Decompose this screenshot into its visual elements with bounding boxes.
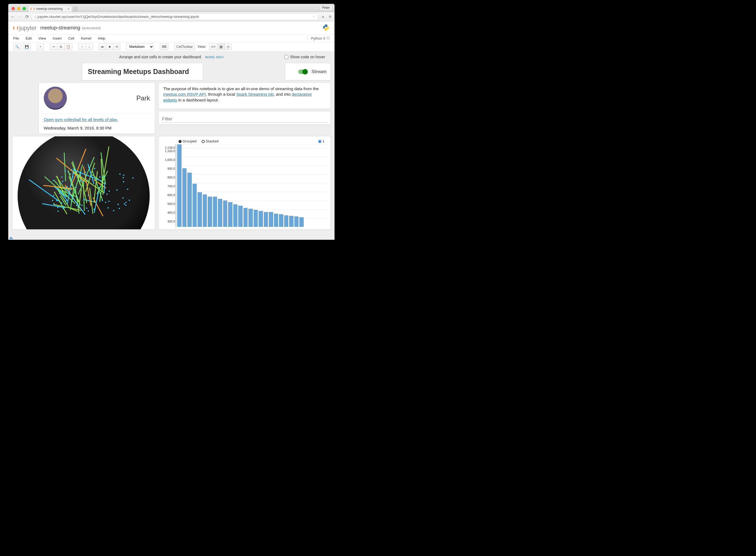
bookmark-star-icon[interactable]: ☆ <box>312 14 316 19</box>
find-button[interactable]: 🔍 <box>13 43 21 50</box>
y-tick-label: 600.0 <box>162 193 175 197</box>
overflow-icon[interactable]: » <box>321 14 325 19</box>
restart-button[interactable]: ⟲ <box>113 43 120 50</box>
menu-help[interactable]: Help <box>98 36 105 40</box>
bar[interactable] <box>187 173 192 227</box>
filter-cell[interactable] <box>159 111 331 125</box>
filter-input[interactable] <box>162 116 327 123</box>
stream-switch[interactable] <box>298 70 307 74</box>
url-field[interactable]: ▯ jupyter.cloudet.xyz/user/AnY1jQeI3oyG/… <box>32 13 318 20</box>
celltoolbar-button[interactable]: CellToolbar <box>174 43 195 50</box>
bar[interactable] <box>294 216 299 227</box>
meetup-event-link[interactable]: Open gym volleyball for all levels of pl… <box>44 117 118 122</box>
legend-grouped[interactable]: Grouped <box>178 139 197 143</box>
bar[interactable] <box>218 199 222 227</box>
menu-kernel[interactable]: Kernel <box>81 36 91 40</box>
close-window-icon[interactable] <box>11 7 15 10</box>
globe-point-icon <box>118 204 119 205</box>
globe-point-icon <box>120 174 121 175</box>
bar[interactable] <box>279 214 283 227</box>
desc-link-rsvp[interactable]: meetup.com RSVP API <box>163 92 206 97</box>
view-code-button[interactable]: </> <box>209 43 217 50</box>
barchart-cell[interactable]: Grouped Stacked 1 1,138.01,100.01,000.09… <box>159 136 331 230</box>
move-up-button[interactable]: ↑ <box>78 43 86 50</box>
dashboard-canvas[interactable]: Arrange and size cells to create your da… <box>8 51 334 240</box>
kernel-name[interactable]: Python 3 <box>311 36 325 40</box>
cut-button[interactable]: ✂ <box>50 43 57 50</box>
edit-group: ✂ ⧉ 📋 <box>50 43 72 50</box>
paste-button[interactable]: 📋 <box>64 43 72 50</box>
more-info-link[interactable]: MORE INFO <box>205 56 224 59</box>
bar[interactable] <box>233 204 238 227</box>
bar[interactable] <box>228 202 232 227</box>
bar[interactable] <box>177 144 182 227</box>
nav-forward-icon: → <box>18 14 22 19</box>
jupyter-logo[interactable]: jupyter <box>13 25 37 32</box>
description-cell[interactable]: The purpose of this notebook is to give … <box>159 82 331 109</box>
save-button[interactable]: 💾 <box>23 43 31 50</box>
menu-view[interactable]: View <box>38 36 46 40</box>
nav-back-icon[interactable]: ← <box>10 14 15 19</box>
run-button[interactable]: ⏭ <box>99 43 106 50</box>
hamburger-menu-icon[interactable]: ≡ <box>328 14 332 19</box>
bar[interactable] <box>299 217 304 227</box>
bar[interactable] <box>289 216 294 227</box>
zoom-window-icon[interactable] <box>23 7 26 10</box>
menu-file[interactable]: File <box>13 36 19 40</box>
globe-point-icon <box>72 176 73 177</box>
bar[interactable] <box>243 208 248 227</box>
interrupt-button[interactable]: ■ <box>106 43 113 50</box>
globe-point-icon <box>60 183 61 184</box>
minimize-window-icon[interactable] <box>17 7 20 10</box>
command-palette-button[interactable]: ⌨ <box>160 43 168 50</box>
globe-point-icon <box>117 189 118 190</box>
notebook-title[interactable]: meetup-streaming <box>40 25 80 31</box>
globe-point-icon <box>105 202 106 203</box>
globe-point-icon <box>103 177 104 178</box>
show-code-checkbox[interactable] <box>285 55 288 59</box>
resize-handle-icon[interactable] <box>9 237 13 239</box>
view-preview-button[interactable]: ◷ <box>225 43 232 50</box>
legend-stacked[interactable]: Stacked <box>202 139 219 143</box>
view-dashboard-button[interactable]: ▦ <box>217 43 225 50</box>
bar[interactable] <box>193 184 197 227</box>
menu-insert[interactable]: Insert <box>53 36 62 40</box>
bar[interactable] <box>249 209 253 227</box>
bar[interactable] <box>238 206 243 227</box>
menu-cell[interactable]: Cell <box>68 36 74 40</box>
move-down-button[interactable]: ↓ <box>86 43 93 50</box>
autosave-status: (autosaved) <box>82 26 101 30</box>
bar[interactable] <box>284 215 289 227</box>
tab-close-icon[interactable]: × <box>67 7 70 11</box>
copy-button[interactable]: ⧉ <box>57 43 64 50</box>
bar[interactable] <box>269 212 273 227</box>
new-tab-button[interactable] <box>73 6 77 12</box>
browser-profile-button[interactable]: Peter <box>319 5 332 10</box>
meetup-card-cell[interactable]: Park Open gym volleyball for all levels … <box>38 82 155 134</box>
url-text: jupyter.cloudet.xyz/user/AnY1jQeI3oyG/no… <box>37 14 199 19</box>
bar[interactable] <box>198 192 202 227</box>
bar[interactable] <box>183 168 187 227</box>
insert-cell-button[interactable]: ＋ <box>37 43 44 50</box>
nav-reload-icon[interactable]: ⟳ <box>25 14 29 19</box>
bar[interactable] <box>213 197 217 227</box>
browser-tab[interactable]: meetup-streaming × <box>28 5 72 12</box>
bar[interactable] <box>203 195 207 227</box>
stream-toggle-cell[interactable]: Stream <box>285 63 331 80</box>
desc-link-spark[interactable]: Spark Streaming job <box>236 92 274 97</box>
globe-cell[interactable] <box>12 136 155 230</box>
menu-edit[interactable]: Edit <box>26 36 32 40</box>
celltype-select[interactable]: Markdown <box>126 43 154 50</box>
bar[interactable] <box>254 210 258 227</box>
page-info-icon[interactable]: ▯ <box>34 14 36 19</box>
globe-point-icon <box>94 209 95 210</box>
y-tick-label: 1,100.0 <box>162 149 175 152</box>
show-code-toggle[interactable]: Show code on hover <box>285 55 325 59</box>
bar[interactable] <box>259 211 263 227</box>
bar[interactable] <box>208 197 212 227</box>
bar[interactable] <box>223 201 228 227</box>
dashboard-title-cell[interactable]: Streaming Meetups Dashboard <box>82 63 203 80</box>
bar[interactable] <box>264 212 268 227</box>
globe-point-icon <box>76 205 77 206</box>
bar[interactable] <box>274 214 278 227</box>
